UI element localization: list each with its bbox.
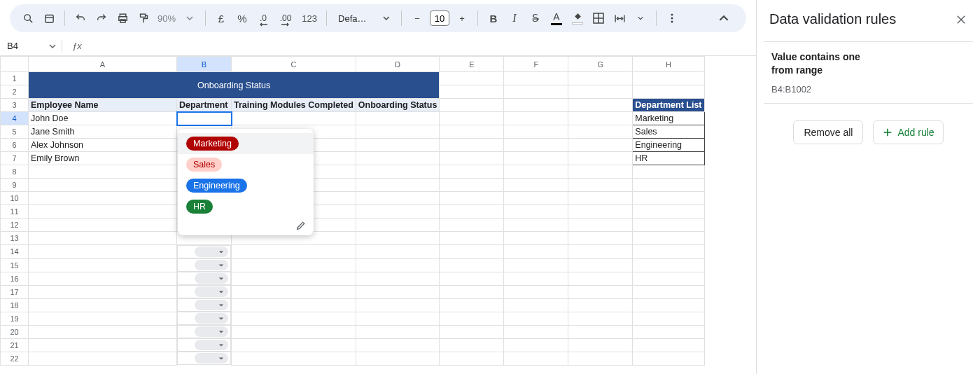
row-1[interactable]: 1 (1, 72, 29, 85)
header-training[interactable]: Training Modules Completed (232, 99, 356, 112)
print-icon[interactable] (113, 8, 132, 28)
row-14[interactable]: 14 (1, 245, 29, 259)
currency-format[interactable]: £ (211, 8, 231, 28)
spreadsheet-grid[interactable]: A B C D E F G H 1 Onboarding Status 2 3 … (0, 56, 705, 366)
col-H[interactable]: H (633, 57, 704, 72)
row-11[interactable]: 11 (1, 205, 29, 219)
chip-dropdown[interactable] (195, 300, 228, 310)
col-F[interactable]: F (504, 57, 568, 72)
col-D[interactable]: D (356, 57, 440, 72)
font-size-increase[interactable]: + (452, 8, 472, 28)
strikethrough-icon[interactable]: S̶ (526, 8, 545, 28)
row-9[interactable]: 9 (1, 179, 29, 192)
row-13[interactable]: 13 (1, 232, 29, 245)
col-C[interactable]: C (232, 57, 356, 72)
remove-all-button[interactable]: Remove all (793, 120, 863, 144)
deptlist-1[interactable]: Sales (633, 125, 704, 139)
row-6[interactable]: 6 (1, 139, 29, 152)
row-17[interactable]: 17 (1, 285, 29, 298)
col-B[interactable]: B (177, 57, 232, 72)
row-12[interactable]: 12 (1, 219, 29, 232)
search-icon[interactable] (18, 8, 38, 28)
calendar-icon[interactable] (39, 8, 59, 28)
borders-icon[interactable] (589, 8, 608, 28)
emp-3[interactable]: Emily Brown (29, 152, 177, 165)
chip-cell[interactable] (177, 298, 231, 312)
deptlist-header[interactable]: Department List (633, 99, 704, 112)
dropdown-option-engineering[interactable]: Engineering (178, 175, 314, 196)
font-size-decrease[interactable]: − (407, 8, 427, 28)
row-8[interactable]: 8 (1, 165, 29, 179)
chip-dropdown[interactable] (195, 260, 228, 270)
row-20[interactable]: 20 (1, 325, 29, 338)
add-rule-button[interactable]: Add rule (873, 120, 943, 144)
chip-cell[interactable] (177, 272, 231, 285)
row-2[interactable]: 2 (1, 85, 29, 99)
chip-dropdown[interactable] (195, 286, 228, 297)
dropdown-option-hr[interactable]: HR (178, 196, 314, 217)
row-4[interactable]: 4 (1, 112, 29, 125)
chip-cell[interactable] (177, 352, 231, 365)
increase-decimal[interactable]: .00 (274, 8, 297, 28)
undo-icon[interactable] (71, 8, 90, 28)
chip-cell[interactable] (177, 285, 231, 298)
zoom-level[interactable]: 90% (155, 13, 178, 24)
collapse-toolbar-icon[interactable] (714, 8, 734, 28)
row-7[interactable]: 7 (1, 152, 29, 165)
zoom-dropdown-icon[interactable] (180, 8, 200, 28)
chip-dropdown[interactable] (195, 313, 228, 324)
col-G[interactable]: G (568, 57, 633, 72)
chip-dropdown[interactable] (195, 353, 228, 363)
more-icon[interactable] (662, 8, 682, 28)
chip-dropdown[interactable] (195, 326, 228, 337)
col-A[interactable]: A (29, 57, 177, 72)
chip-cell[interactable] (177, 245, 231, 258)
header-status[interactable]: Onboarding Status (356, 99, 440, 112)
chip-cell[interactable] (177, 258, 231, 272)
row-21[interactable]: 21 (1, 338, 29, 352)
text-color-icon[interactable]: A (547, 8, 566, 28)
row-10[interactable]: 10 (1, 192, 29, 205)
name-box[interactable]: B4 (7, 41, 56, 51)
dropdown-option-sales[interactable]: Sales (178, 154, 314, 175)
decrease-decimal[interactable]: .0 (253, 8, 273, 28)
chip-dropdown[interactable] (195, 247, 228, 257)
merge-cells-icon[interactable] (610, 8, 629, 28)
chip-cell[interactable] (177, 338, 231, 352)
deptlist-3[interactable]: HR (633, 152, 704, 165)
edit-dropdown-icon[interactable] (178, 217, 314, 233)
paint-format-icon[interactable] (134, 8, 153, 28)
font-size-input[interactable] (430, 11, 449, 26)
select-all-cell[interactable] (1, 57, 29, 72)
bold-icon[interactable]: B (484, 8, 503, 28)
percent-format[interactable]: % (232, 8, 252, 28)
col-E[interactable]: E (440, 57, 504, 72)
row-5[interactable]: 5 (1, 125, 29, 139)
row-3[interactable]: 3 (1, 99, 29, 112)
title-cell[interactable]: Onboarding Status (29, 72, 440, 99)
merge-dropdown-icon[interactable] (631, 8, 650, 28)
chip-cell[interactable] (177, 325, 231, 338)
redo-icon[interactable] (92, 8, 111, 28)
deptlist-0[interactable]: Marketing (633, 112, 704, 125)
header-department[interactable]: Department (177, 99, 232, 112)
close-icon[interactable] (955, 13, 967, 26)
fill-color-icon[interactable] (568, 8, 587, 28)
header-employee[interactable]: Employee Name (29, 99, 177, 112)
validation-rule-card[interactable]: Value contains onefrom range B4:B1002 (764, 41, 973, 104)
emp-2[interactable]: Alex Johnson (29, 139, 177, 152)
font-select[interactable]: Defaul... (332, 13, 396, 24)
dropdown-option-marketing[interactable]: Marketing (178, 133, 314, 154)
row-15[interactable]: 15 (1, 258, 29, 272)
deptlist-2[interactable]: Engineering (633, 139, 704, 152)
active-cell-B4[interactable] (177, 112, 232, 125)
italic-icon[interactable]: I (505, 8, 524, 28)
emp-1[interactable]: Jane Smith (29, 125, 177, 139)
chip-dropdown[interactable] (195, 273, 228, 284)
row-22[interactable]: 22 (1, 352, 29, 365)
row-16[interactable]: 16 (1, 272, 29, 285)
number-format[interactable]: 123 (298, 8, 321, 28)
chip-cell[interactable] (177, 312, 231, 325)
chip-dropdown[interactable] (195, 340, 228, 350)
row-18[interactable]: 18 (1, 298, 29, 312)
